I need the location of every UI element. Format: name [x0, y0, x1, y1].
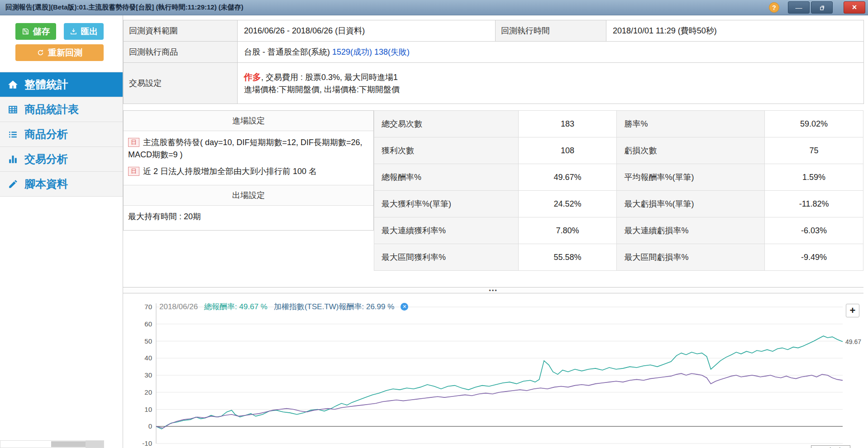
export-button[interactable]: 匯出	[64, 23, 104, 40]
stat-value: -6.03%	[765, 217, 863, 244]
trade-line1: 作多, 交易費用 : 股票0.3%, 最大同時進場1	[244, 71, 863, 84]
fail-count-link[interactable]: 138(失敗)	[374, 47, 410, 57]
rerun-label: 重新回測	[48, 47, 82, 59]
stat-label: 總報酬率%	[374, 164, 519, 191]
entry-scripts: 日主流股蓄勢待發( day=10, DIF短期期數=12, DIF長期期數=26…	[124, 131, 373, 185]
sidebar-item-label: 交易分析	[24, 152, 68, 166]
table-row: 最大獲利率%(單筆) 24.52% 最大虧損率%(單筆) -11.82%	[374, 191, 863, 217]
stat-value: 108	[518, 137, 617, 164]
stat-value: 55.58%	[518, 244, 617, 271]
list-item: 日近 2 日法人持股增加全部由大到小排行前 100 名	[128, 165, 369, 178]
stat-value: 75	[765, 137, 863, 164]
sidebar-item-label: 商品分析	[24, 127, 68, 141]
range-label: 回測資料範圍	[124, 20, 238, 42]
export-icon	[70, 28, 77, 35]
svg-text:49.67: 49.67	[845, 338, 861, 345]
stat-value: -9.49%	[765, 244, 863, 271]
titlebar: 回測報告[選股](Beta版):01.主流股蓄勢待發[台股] (執行時間:11:…	[0, 0, 868, 15]
sidebar-item-script-data[interactable]: 腳本資料	[0, 172, 123, 197]
stat-label: 最大虧損率%(單筆)	[617, 191, 765, 217]
stat-label: 總交易次數	[374, 111, 519, 137]
refresh-icon	[37, 49, 44, 57]
content-area: 回測資料範圍 2016/06/26 - 2018/06/26 (日資料) 回測執…	[123, 15, 868, 448]
cursor-date: 2018/06/26	[159, 302, 198, 311]
main-window: 儲存 匯出 重新回測 整體統計 商品統計表 商品分析	[0, 15, 868, 448]
remove-series-icon[interactable]: ✕	[401, 303, 408, 311]
horizontal-scrollbar[interactable]	[0, 440, 104, 448]
save-button[interactable]: 儲存	[15, 23, 56, 40]
svg-text:20: 20	[144, 388, 152, 396]
table-icon	[7, 104, 19, 115]
stat-value: 49.67%	[518, 164, 617, 191]
stat-value: 24.52%	[518, 191, 617, 217]
svg-text:70: 70	[144, 303, 152, 311]
toolbar: 儲存 匯出	[15, 23, 123, 40]
table-row: 交易設定 作多, 交易費用 : 股票0.3%, 最大同時進場1 進場價格:下期開…	[124, 63, 864, 104]
help-icon[interactable]: ?	[769, 2, 779, 13]
table-row: 獲利次數 108 虧損次數 75	[374, 137, 863, 164]
home-icon	[7, 79, 19, 90]
sidebar-item-product-stats-table[interactable]: 商品統計表	[0, 97, 123, 122]
exec-time-label: 回測執行時間	[496, 20, 606, 42]
svg-text:0: 0	[148, 422, 152, 430]
sidebar-item-label: 整體統計	[24, 77, 68, 92]
chart-plot[interactable]: 706050403020100-102016/06/26102017/01040…	[123, 301, 863, 448]
stat-label: 最大獲利率%(單筆)	[374, 191, 519, 217]
stats-section: 進場設定 日主流股蓄勢待發( day=10, DIF短期期數=12, DIF長期…	[123, 110, 863, 271]
product-label: 回測執行商品	[124, 42, 238, 63]
splitter-dots: •••	[489, 287, 498, 294]
minimize-icon: —	[796, 4, 802, 11]
axis-end-date-label: 2018/06/26	[811, 445, 850, 448]
script-text: 主流股蓄勢待發( day=10, DIF短期期數=12, DIF長期期數=26,…	[128, 138, 362, 159]
minimize-button[interactable]: —	[788, 1, 810, 14]
svg-text:40: 40	[144, 354, 152, 362]
trade-settings-value: 作多, 交易費用 : 股票0.3%, 最大同時進場1 進場價格:下期開盤價, 出…	[238, 63, 864, 104]
svg-text:30: 30	[144, 371, 152, 379]
daily-badge: 日	[128, 138, 139, 147]
stat-value: 7.80%	[518, 217, 617, 244]
sidebar-item-label: 商品統計表	[24, 102, 79, 117]
stat-label: 最大連續獲利率%	[374, 217, 519, 244]
save-icon	[22, 28, 29, 35]
scrollbar-thumb[interactable]	[51, 441, 86, 447]
table-row: 總報酬率% 49.67% 平均報酬率%(單筆) 1.59%	[374, 164, 863, 191]
sidebar: 儲存 匯出 重新回測 整體統計 商品統計表 商品分析	[0, 15, 123, 448]
exit-settings-text: 最大持有時間 : 20期	[124, 206, 373, 230]
pane-splitter[interactable]: •••	[123, 287, 863, 293]
stat-label: 獲利次數	[374, 137, 519, 164]
table-row: 最大連續獲利率% 7.80% 最大連續虧損率% -6.03%	[374, 217, 863, 244]
success-count-link[interactable]: 1529(成功)	[332, 47, 372, 57]
save-label: 儲存	[33, 26, 50, 38]
svg-text:60: 60	[144, 320, 152, 328]
index-return-legend: 加權指數(TSE.TW)報酬率: 26.99 %	[274, 302, 394, 312]
stat-value: 59.02%	[765, 111, 863, 137]
stat-label: 虧損次數	[617, 137, 765, 164]
svg-text:-10: -10	[142, 439, 152, 447]
rerun-backtest-button[interactable]: 重新回測	[15, 44, 104, 61]
restore-button[interactable]	[811, 1, 833, 14]
stat-label: 平均報酬率%(單筆)	[617, 164, 765, 191]
chart-legend: 2018/06/26 總報酬率: 49.67 % 加權指數(TSE.TW)報酬率…	[159, 302, 408, 312]
trade-direction: 作多	[244, 72, 261, 82]
sidebar-item-product-analysis[interactable]: 商品分析	[0, 122, 123, 147]
add-series-button[interactable]: +	[846, 304, 859, 317]
range-value: 2016/06/26 - 2018/06/26 (日資料)	[238, 20, 496, 42]
sidebar-item-label: 腳本資料	[24, 177, 68, 191]
svg-text:50: 50	[144, 337, 152, 345]
sidebar-item-overall-stats[interactable]: 整體統計	[0, 72, 123, 97]
sidebar-item-trade-analysis[interactable]: 交易分析	[0, 147, 123, 172]
close-button[interactable]: ×	[844, 1, 865, 14]
daily-badge: 日	[128, 167, 139, 176]
export-label: 匯出	[81, 26, 98, 38]
backtest-info-table: 回測資料範圍 2016/06/26 - 2018/06/26 (日資料) 回測執…	[123, 20, 864, 104]
table-row: 回測執行商品 台股 - 普通股全部(系統) 1529(成功) 138(失敗)	[124, 42, 864, 63]
window-title: 回測報告[選股](Beta版):01.主流股蓄勢待發[台股] (執行時間:11:…	[5, 3, 243, 12]
exit-settings-header: 出場設定	[124, 185, 373, 206]
trade-line1-rest: , 交易費用 : 股票0.3%, 最大同時進場1	[261, 73, 398, 82]
entry-exit-panel: 進場設定 日主流股蓄勢待發( day=10, DIF短期期數=12, DIF長期…	[123, 110, 374, 231]
close-icon: ×	[852, 3, 857, 12]
trade-line2: 進場價格:下期開盤價, 出場價格:下期開盤價	[244, 84, 863, 96]
script-text: 近 2 日法人持股增加全部由大到小排行前 100 名	[143, 167, 317, 176]
return-chart: 706050403020100-102016/06/26102017/01040…	[123, 301, 863, 448]
stat-label: 最大區間虧損率%	[617, 244, 765, 271]
